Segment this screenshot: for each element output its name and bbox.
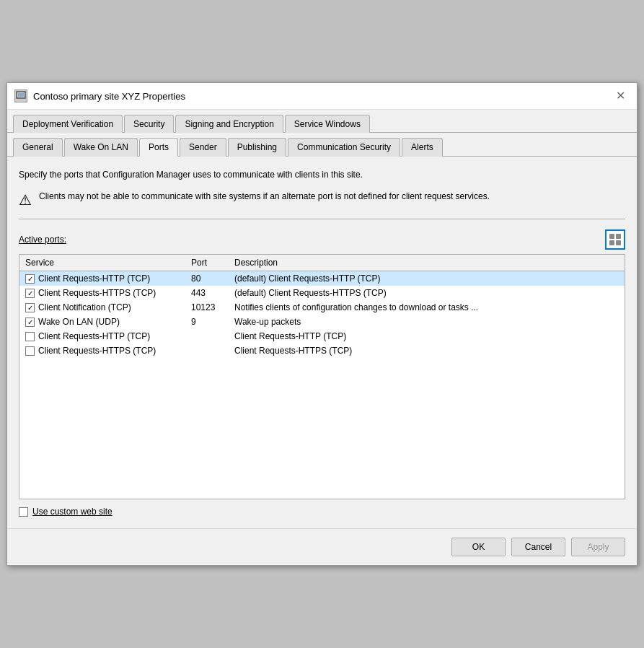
tab-comm-security[interactable]: Communication Security — [288, 138, 400, 157]
table-cell-description: Notifies clients of configuration change… — [229, 300, 625, 315]
table-cell-service: Client Requests-HTTP (TCP) — [19, 329, 185, 343]
footer: OK Cancel Apply — [7, 528, 637, 565]
cancel-button[interactable]: Cancel — [511, 538, 565, 556]
tab-ports[interactable]: Ports — [139, 138, 178, 157]
description-text: Specify the ports that Configuration Man… — [19, 168, 625, 181]
svg-rect-2 — [609, 234, 614, 239]
row-checkbox-3[interactable] — [25, 318, 35, 327]
row-checkbox-4[interactable] — [25, 332, 35, 341]
title-bar-left: Contoso primary site XYZ Properties — [14, 89, 185, 102]
table-cell-port: 10123 — [185, 300, 229, 315]
custom-site-label: Use custom web site — [32, 507, 113, 517]
table-cell-description: (default) Client Requests-HTTP (TCP) — [229, 271, 625, 286]
ports-table: Service Port Description Client Requests… — [19, 255, 625, 358]
ok-button[interactable]: OK — [451, 538, 506, 556]
close-button[interactable]: ✕ — [612, 89, 630, 103]
table-cell-port: 443 — [185, 286, 229, 300]
table-row[interactable]: Client Requests-HTTPS (TCP)443(default) … — [19, 286, 625, 300]
window-icon — [14, 89, 27, 102]
table-cell-port — [185, 329, 229, 343]
custom-site-row: Use custom web site — [19, 507, 625, 517]
window-title: Contoso primary site XYZ Properties — [33, 91, 185, 102]
row-checkbox-0[interactable] — [25, 274, 35, 284]
content-area: Specify the ports that Configuration Man… — [7, 157, 637, 528]
tab-deployment[interactable]: Deployment Verification — [13, 115, 123, 133]
table-cell-description: Client Requests-HTTPS (TCP) — [229, 343, 625, 358]
table-row[interactable]: Client Requests-HTTP (TCP)Client Request… — [19, 329, 625, 343]
active-ports-header: Active ports: — [19, 229, 625, 250]
svg-rect-5 — [616, 240, 621, 245]
row-checkbox-2[interactable] — [25, 303, 35, 312]
table-cell-port: 9 — [185, 315, 229, 329]
tab-service-windows[interactable]: Service Windows — [285, 115, 370, 133]
table-header-row: Service Port Description — [19, 255, 625, 271]
table-cell-description: Wake-up packets — [229, 315, 625, 329]
tab-signing[interactable]: Signing and Encryption — [175, 115, 283, 133]
col-header-port: Port — [185, 255, 229, 271]
table-cell-description: (default) Client Requests-HTTPS (TCP) — [229, 286, 625, 300]
warning-icon: ⚠ — [19, 191, 32, 209]
row-checkbox-5[interactable] — [25, 346, 35, 356]
table-cell-service: Wake On LAN (UDP) — [19, 315, 185, 329]
tab-wake-on-lan[interactable]: Wake On LAN — [64, 138, 138, 157]
ports-table-container: Service Port Description Client Requests… — [19, 254, 625, 499]
active-ports-label: Active ports: — [19, 235, 66, 245]
tab-alerts[interactable]: Alerts — [402, 138, 443, 157]
warning-box: ⚠ Clients may not be able to communicate… — [19, 190, 625, 209]
title-bar: Contoso primary site XYZ Properties ✕ — [7, 83, 637, 110]
table-row[interactable]: Client Notification (TCP)10123Notifies c… — [19, 300, 625, 315]
row-checkbox-1[interactable] — [25, 289, 35, 298]
apply-button[interactable]: Apply — [571, 538, 625, 556]
table-row[interactable]: Client Requests-HTTP (TCP)80(default) Cl… — [19, 271, 625, 286]
tab-sender[interactable]: Sender — [180, 138, 226, 157]
tab-general[interactable]: General — [13, 138, 63, 157]
table-cell-service: Client Requests-HTTP (TCP) — [19, 271, 185, 286]
tab-security[interactable]: Security — [124, 115, 174, 133]
table-cell-description: Client Requests-HTTP (TCP) — [229, 329, 625, 343]
table-cell-port: 80 — [185, 271, 229, 286]
ports-edit-icon — [609, 233, 622, 246]
table-row[interactable]: Client Requests-HTTPS (TCP)Client Reques… — [19, 343, 625, 358]
table-cell-service: Client Requests-HTTPS (TCP) — [19, 343, 185, 358]
warning-text: Clients may not be able to communicate w… — [39, 190, 490, 203]
svg-rect-3 — [616, 234, 621, 239]
divider — [19, 219, 625, 219]
table-cell-service: Client Notification (TCP) — [19, 300, 185, 315]
tab-publishing[interactable]: Publishing — [228, 138, 286, 157]
svg-rect-1 — [18, 93, 24, 97]
ports-edit-button[interactable] — [605, 229, 625, 250]
tabs-row2: General Wake On LAN Ports Sender Publish… — [7, 133, 637, 157]
col-header-service: Service — [19, 255, 185, 271]
tabs-row1: Deployment Verification Security Signing… — [7, 110, 637, 133]
properties-dialog: Contoso primary site XYZ Properties ✕ De… — [6, 82, 638, 566]
custom-site-checkbox[interactable] — [19, 507, 28, 517]
table-row[interactable]: Wake On LAN (UDP)9Wake-up packets — [19, 315, 625, 329]
table-cell-service: Client Requests-HTTPS (TCP) — [19, 286, 185, 300]
svg-rect-4 — [609, 240, 614, 245]
table-cell-port — [185, 343, 229, 358]
col-header-description: Description — [229, 255, 625, 271]
